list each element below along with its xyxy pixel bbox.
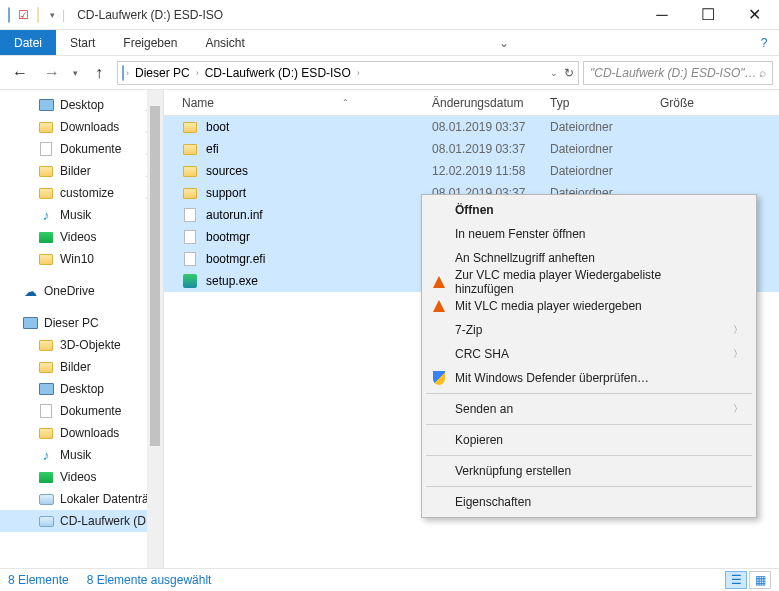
context-item[interactable]: An Schnellzugriff anheften xyxy=(425,246,753,270)
col-size[interactable]: Größe xyxy=(652,96,779,110)
nav-label: Lokaler Datenträ xyxy=(60,492,149,506)
qat-dropdown[interactable]: ▾ xyxy=(47,10,58,20)
context-item[interactable]: Öffnen xyxy=(425,198,753,222)
file-name: bootmgr xyxy=(206,230,250,244)
chevron-right-icon[interactable]: › xyxy=(126,68,129,78)
context-item[interactable]: Eigenschaften xyxy=(425,490,753,514)
minimize-button[interactable]: ─ xyxy=(639,0,685,30)
chevron-right-icon[interactable]: › xyxy=(196,68,199,78)
file-row[interactable]: sources12.02.2019 11:58Dateiordner xyxy=(164,160,779,182)
nav-item[interactable]: Dokumente📌 xyxy=(0,138,163,160)
nav-label: Win10 xyxy=(60,252,94,266)
col-name[interactable]: Name ⌃ xyxy=(174,96,424,110)
nav-item[interactable]: Videos xyxy=(0,226,163,248)
context-item[interactable]: 7-Zip〉 xyxy=(425,318,753,342)
nav-label: Downloads xyxy=(60,426,119,440)
window-title: CD-Laufwerk (D:) ESD-ISO xyxy=(77,8,223,22)
col-name-label: Name xyxy=(182,96,214,110)
view-details-button[interactable]: ☰ xyxy=(725,571,747,589)
forward-button[interactable]: → xyxy=(38,59,66,87)
help-button[interactable]: ? xyxy=(749,30,779,55)
new-folder-icon[interactable] xyxy=(37,8,39,22)
nav-scrollbar[interactable] xyxy=(147,90,163,568)
file-row[interactable]: boot08.01.2019 03:37Dateiordner xyxy=(164,116,779,138)
crumb-drive[interactable]: CD-Laufwerk (D:) ESD-ISO xyxy=(201,66,355,80)
status-bar: 8 Elemente 8 Elemente ausgewählt ☰ ▦ xyxy=(0,568,779,591)
close-button[interactable]: ✕ xyxy=(731,0,777,30)
nav-label: CD-Laufwerk (D:) xyxy=(60,514,153,528)
file-row[interactable]: efi08.01.2019 03:37Dateiordner xyxy=(164,138,779,160)
context-item[interactable]: In neuem Fenster öffnen xyxy=(425,222,753,246)
tab-share[interactable]: Freigeben xyxy=(109,30,191,55)
nav-row: ← → ▾ ↑ › Dieser PC › CD-Laufwerk (D:) E… xyxy=(0,56,779,90)
nav-item[interactable]: 3D-Objekte xyxy=(0,334,163,356)
maximize-button[interactable]: ☐ xyxy=(685,0,731,30)
scrollbar-thumb[interactable] xyxy=(150,106,160,446)
ribbon-expand-button[interactable]: ⌄ xyxy=(489,30,519,55)
context-item[interactable]: Kopieren xyxy=(425,428,753,452)
context-item[interactable]: Verknüpfung erstellen xyxy=(425,459,753,483)
nav-thispc[interactable]: Dieser PC xyxy=(0,312,163,334)
nav-label: Dieser PC xyxy=(44,316,99,330)
shield-icon xyxy=(431,370,447,386)
titlebar: ☑ ▾ | CD-Laufwerk (D:) ESD-ISO ─ ☐ ✕ xyxy=(0,0,779,30)
search-input[interactable]: "CD-Laufwerk (D:) ESD-ISO" d… ⌕ xyxy=(583,61,773,85)
context-item[interactable]: Mit VLC media player wiedergeben xyxy=(425,294,753,318)
context-item[interactable]: Senden an〉 xyxy=(425,397,753,421)
context-label: Öffnen xyxy=(455,203,494,217)
nav-item[interactable]: Desktop xyxy=(0,378,163,400)
monitor-icon xyxy=(22,315,38,331)
nav-item[interactable]: Lokaler Datenträ xyxy=(0,488,163,510)
status-count: 8 Elemente xyxy=(8,573,69,587)
col-date[interactable]: Änderungsdatum xyxy=(424,96,542,110)
nav-item[interactable]: customize📌 xyxy=(0,182,163,204)
nav-onedrive[interactable]: ☁ OneDrive xyxy=(0,280,163,302)
context-label: Verknüpfung erstellen xyxy=(455,464,571,478)
nav-label: OneDrive xyxy=(44,284,95,298)
context-item[interactable]: Mit Windows Defender überprüfen… xyxy=(425,366,753,390)
setup-icon xyxy=(182,273,198,289)
nav-item[interactable]: Desktop📌 xyxy=(0,94,163,116)
tab-view[interactable]: Ansicht xyxy=(191,30,258,55)
nav-item[interactable]: Bilder📌 xyxy=(0,160,163,182)
history-dropdown[interactable]: ▾ xyxy=(70,68,81,78)
nav-item[interactable]: CD-Laufwerk (D:) xyxy=(0,510,163,532)
nav-item[interactable]: Videos xyxy=(0,466,163,488)
monitor-icon xyxy=(38,381,54,397)
tab-file[interactable]: Datei xyxy=(0,30,56,55)
col-type[interactable]: Typ xyxy=(542,96,652,110)
nav-label: Downloads xyxy=(60,120,119,134)
address-dropdown[interactable]: ⌄ xyxy=(550,68,558,78)
file-icon xyxy=(182,207,198,223)
nav-item[interactable]: Downloads📌 xyxy=(0,116,163,138)
address-bar[interactable]: › Dieser PC › CD-Laufwerk (D:) ESD-ISO ›… xyxy=(117,61,579,85)
file-icon xyxy=(38,403,54,419)
monitor-icon xyxy=(38,97,54,113)
properties-icon[interactable]: ☑ xyxy=(18,8,29,22)
chevron-right-icon[interactable]: › xyxy=(357,68,360,78)
file-date: 08.01.2019 03:37 xyxy=(424,120,542,134)
context-item[interactable]: CRC SHA〉 xyxy=(425,342,753,366)
tab-start[interactable]: Start xyxy=(56,30,109,55)
nav-item[interactable]: Bilder xyxy=(0,356,163,378)
nav-label: Dokumente xyxy=(60,404,121,418)
context-item[interactable]: Zur VLC media player Wiedergabeliste hin… xyxy=(425,270,753,294)
context-label: In neuem Fenster öffnen xyxy=(455,227,586,241)
folder-icon xyxy=(38,359,54,375)
navigation-pane[interactable]: Desktop📌Downloads📌Dokumente📌Bilder📌custo… xyxy=(0,90,164,568)
nav-item[interactable]: Dokumente xyxy=(0,400,163,422)
divider: | xyxy=(62,8,65,22)
up-button[interactable]: ↑ xyxy=(85,59,113,87)
context-label: Kopieren xyxy=(455,433,503,447)
nav-item[interactable]: ♪Musik xyxy=(0,204,163,226)
refresh-button[interactable]: ↻ xyxy=(564,66,574,80)
view-largeicons-button[interactable]: ▦ xyxy=(749,571,771,589)
search-icon: ⌕ xyxy=(759,66,766,80)
search-placeholder: "CD-Laufwerk (D:) ESD-ISO" d… xyxy=(590,66,759,80)
crumb-thispc[interactable]: Dieser PC xyxy=(131,66,194,80)
back-button[interactable]: ← xyxy=(6,59,34,87)
folder-icon xyxy=(182,163,198,179)
nav-item[interactable]: Downloads xyxy=(0,422,163,444)
nav-item[interactable]: Win10 xyxy=(0,248,163,270)
nav-item[interactable]: ♪Musik xyxy=(0,444,163,466)
